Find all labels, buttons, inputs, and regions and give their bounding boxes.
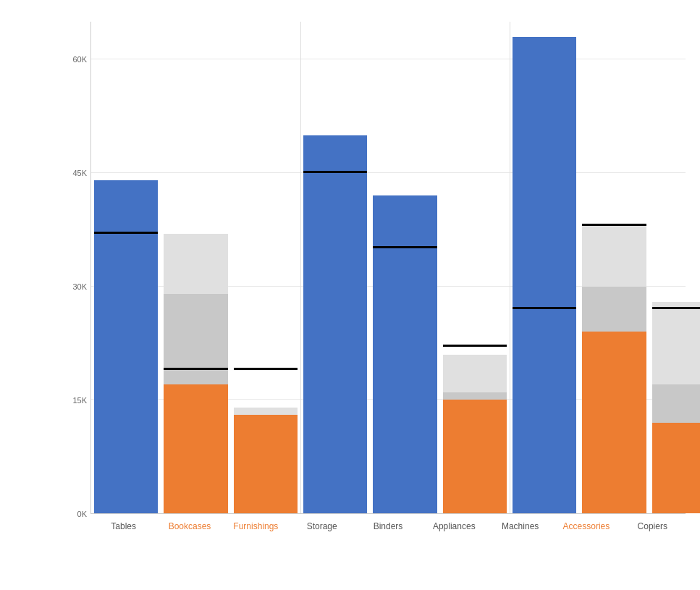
median-line-Appliances xyxy=(443,345,507,347)
bar-blue-Binders xyxy=(373,195,437,513)
plot-area xyxy=(90,22,686,514)
bar-orange-Copiers xyxy=(652,423,700,513)
x-label-storage: Storage xyxy=(289,518,355,531)
chart-area: 60K45K30K15K0K xyxy=(51,22,686,514)
median-line-Accessories xyxy=(582,224,646,226)
bar-blue-Storage xyxy=(303,135,367,513)
x-label-bookcases: Bookcases xyxy=(156,518,222,531)
median-line-Binders xyxy=(373,246,437,248)
x-label-binders: Binders xyxy=(355,518,421,531)
bar-orange-Appliances xyxy=(443,400,507,513)
y-tick-30K: 30K xyxy=(72,282,87,291)
chart-container: 60K45K30K15K0K TablesBookcasesFurnishing… xyxy=(0,0,700,590)
bar-orange-Bookcases xyxy=(164,384,227,513)
grid-line xyxy=(91,172,686,173)
y-tick-60K: 60K xyxy=(72,55,87,64)
y-tick-0K: 0K xyxy=(77,510,87,518)
x-label-copiers: Copiers xyxy=(620,518,686,531)
median-line-Copiers xyxy=(652,307,700,309)
bar-orange-Furnishings xyxy=(234,415,298,513)
y-tick-45K: 45K xyxy=(72,169,87,177)
grid-line xyxy=(91,59,686,59)
x-label-machines: Machines xyxy=(487,518,553,531)
median-line-Machines xyxy=(513,307,576,309)
x-label-furnishings: Furnishings xyxy=(223,518,289,531)
x-labels: TablesBookcasesFurnishingsStorageBinders… xyxy=(51,518,686,531)
group-divider xyxy=(510,22,510,513)
bar-blue-Machines xyxy=(513,37,576,513)
bar-orange-Accessories xyxy=(582,332,646,513)
median-line-Furnishings xyxy=(234,368,298,370)
median-line-Tables xyxy=(94,232,158,234)
x-label-appliances: Appliances xyxy=(421,518,487,531)
y-tick-15K: 15K xyxy=(72,396,87,405)
x-label-accessories: Accessories xyxy=(553,518,619,531)
median-line-Bookcases xyxy=(164,368,227,370)
x-label-tables: Tables xyxy=(90,518,156,531)
group-divider xyxy=(300,22,301,513)
y-axis: 60K45K30K15K0K xyxy=(51,22,90,514)
median-line-Storage xyxy=(303,171,367,173)
bar-blue-Tables xyxy=(94,180,158,513)
